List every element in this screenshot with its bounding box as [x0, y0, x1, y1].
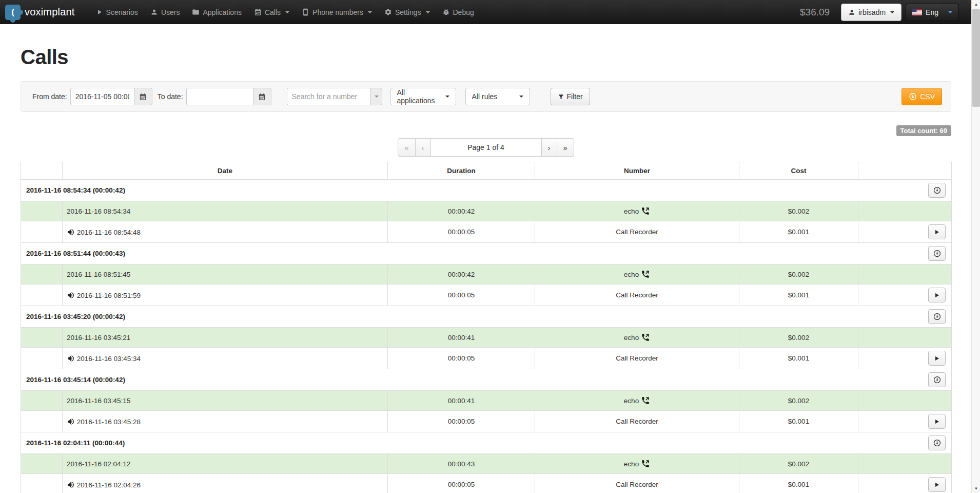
call-date-cell: 2016-11-16 03:45:15 — [63, 391, 388, 411]
call-date-cell: 2016-11-16 03:45:28 — [63, 411, 388, 432]
scrollbar-down-arrow[interactable]: ▼ — [972, 484, 980, 493]
call-cost-cell: $0.002 — [739, 328, 858, 348]
call-detail-row: 2016-11-16 08:51:4500:00:42echo$0.002 — [21, 264, 952, 285]
brand[interactable]: ( voximplant — [5, 5, 75, 20]
chevron-down-icon — [426, 11, 430, 13]
number-search-dropdown-button[interactable] — [370, 88, 382, 105]
pagination-prev-button[interactable]: ‹ — [416, 138, 431, 157]
nav-item-label: Debug — [453, 8, 474, 16]
call-group-row: 2016-11-16 03:45:14 (00:00:42) — [21, 369, 952, 391]
page-scrollbar[interactable]: ▲ ▼ — [971, 0, 980, 493]
number-search-input[interactable] — [287, 88, 370, 105]
call-duration-cell: 00:00:43 — [388, 454, 535, 474]
call-detail-row: 2016-11-16 03:45:1500:00:41echo$0.002 — [21, 391, 952, 411]
play-icon — [934, 419, 940, 425]
call-cost-cell: $0.002 — [739, 391, 858, 411]
call-number-cell: echo — [535, 201, 739, 221]
call-detail-row: 2016-11-16 02:04:2600:00:05Call Recorder… — [21, 474, 952, 493]
nav-item-label: Scenarios — [106, 8, 138, 16]
nav-item-calls[interactable]: Calls — [248, 0, 296, 24]
scrollbar-up-arrow[interactable]: ▲ — [972, 0, 980, 9]
call-cost-cell: $0.002 — [739, 264, 858, 285]
scrollbar-thumb[interactable] — [972, 9, 980, 107]
user-icon — [150, 8, 158, 16]
filter-panel: From date: To date: All applications All… — [21, 81, 951, 112]
call-group-row: 2016-11-16 08:51:44 (00:00:43) — [21, 243, 952, 264]
pagination-next-button[interactable]: › — [542, 138, 557, 157]
download-call-log-button[interactable] — [928, 435, 946, 450]
nav-item-applications[interactable]: Applications — [186, 0, 248, 24]
from-date-input[interactable] — [70, 88, 134, 105]
nav-item-label: Calls — [265, 8, 281, 16]
calendar-icon — [139, 93, 147, 101]
call-duration-cell: 00:00:41 — [388, 328, 535, 348]
pagination-last-button[interactable]: » — [557, 138, 574, 157]
call-detail-row: 2016-11-16 08:54:4800:00:05Call Recorder… — [21, 221, 952, 243]
play-icon — [934, 292, 940, 298]
play-record-button[interactable] — [928, 224, 946, 239]
call-actions-cell — [858, 285, 952, 306]
call-cost-cell: $0.001 — [739, 411, 858, 432]
pagination-page-label: Page 1 of 4 — [431, 138, 542, 157]
download-call-log-button[interactable] — [928, 246, 946, 261]
call-date-cell: 2016-11-16 02:04:12 — [63, 454, 388, 474]
phone-icon — [302, 8, 309, 16]
call-group-title: 2016-11-16 08:51:44 (00:00:43) — [21, 243, 858, 264]
nav-item-users[interactable]: Users — [144, 0, 186, 24]
call-detail-row: 2016-11-16 08:51:5900:00:05Call Recorder… — [21, 285, 952, 306]
play-record-button[interactable] — [928, 288, 946, 302]
download-call-log-button[interactable] — [928, 372, 946, 387]
call-number: Call Recorder — [616, 291, 658, 299]
nav-item-scenarios[interactable]: Scenarios — [89, 0, 144, 24]
to-date-calendar-button[interactable] — [253, 88, 271, 105]
call-actions-cell — [858, 348, 952, 369]
chevron-down-icon — [519, 96, 523, 98]
call-actions-cell — [858, 391, 952, 411]
user-menu-button[interactable]: irbisadm — [841, 4, 901, 21]
to-date-input[interactable] — [186, 88, 253, 105]
account-balance: $36.09 — [800, 7, 830, 18]
filter-button-label: Filter — [567, 92, 583, 101]
download-call-log-button[interactable] — [928, 183, 946, 198]
row-spacer-cell — [21, 328, 63, 348]
header-cost: Cost — [739, 162, 858, 180]
filter-button[interactable]: Filter — [551, 88, 590, 105]
nav-item-phone-numbers[interactable]: Phone numbers — [296, 0, 378, 24]
pagination-first-button[interactable]: « — [398, 138, 415, 157]
from-date-calendar-button[interactable] — [134, 88, 152, 105]
header-duration: Duration — [388, 162, 535, 180]
csv-export-button[interactable]: CSV — [901, 88, 942, 105]
applications-select[interactable]: All applications — [390, 88, 456, 105]
speaker-icon — [67, 354, 75, 363]
calendar-icon — [254, 8, 262, 16]
speaker-icon — [67, 291, 75, 299]
play-record-button[interactable] — [928, 351, 946, 366]
call-number: Call Recorder — [616, 481, 658, 488]
play-icon — [934, 229, 940, 235]
nav-item-settings[interactable]: Settings — [378, 0, 436, 24]
download-call-log-button[interactable] — [928, 309, 946, 324]
nav-item-label: Settings — [395, 8, 421, 16]
bug-icon — [442, 8, 450, 16]
chevron-down-icon — [890, 11, 894, 13]
call-number: echo — [624, 271, 639, 278]
rules-select[interactable]: All rules — [465, 88, 530, 105]
call-date: 2016-11-16 03:45:15 — [67, 397, 130, 405]
call-date-cell: 2016-11-16 08:51:45 — [63, 264, 388, 285]
nav-item-debug[interactable]: Debug — [436, 0, 480, 24]
call-date-cell: 2016-11-16 03:45:34 — [63, 348, 388, 369]
call-actions-cell — [858, 474, 952, 493]
play-record-button[interactable] — [928, 477, 946, 492]
call-group-title: 2016-11-16 03:45:20 (00:00:42) — [21, 306, 858, 328]
chevron-down-icon — [285, 11, 289, 13]
language-menu-button[interactable]: Eng — [906, 4, 959, 21]
row-spacer-cell — [21, 348, 63, 369]
row-spacer-cell — [21, 454, 63, 474]
call-date: 2016-11-16 08:54:48 — [77, 229, 141, 236]
user-icon — [848, 9, 855, 16]
to-date-label: To date: — [158, 92, 183, 101]
call-number-cell: echo — [535, 264, 739, 285]
call-duration-cell: 00:00:42 — [388, 264, 535, 285]
play-record-button[interactable] — [928, 414, 946, 429]
call-number: Call Recorder — [616, 418, 658, 425]
